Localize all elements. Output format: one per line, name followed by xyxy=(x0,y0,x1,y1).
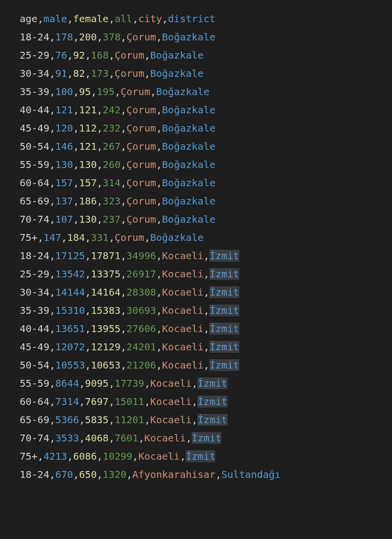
cell-district: Boğazkale xyxy=(162,159,215,170)
cell-age: 18-24 xyxy=(20,469,49,480)
comma: , xyxy=(49,86,55,98)
cell-district: Boğazkale xyxy=(162,31,215,43)
comma: , xyxy=(73,140,79,152)
comma: , xyxy=(49,432,55,444)
cell-district: İzmit xyxy=(209,286,239,298)
comma: , xyxy=(97,159,103,170)
cell-all: 28308 xyxy=(127,286,156,298)
comma: , xyxy=(121,268,127,280)
csv-data-row: 65-69,137,186,323,Çorum,Boğazkale xyxy=(20,192,372,210)
comma: , xyxy=(156,286,162,298)
cell-city: Kocaeli xyxy=(150,414,192,426)
cell-all: 7601 xyxy=(115,432,138,444)
comma: , xyxy=(144,232,150,243)
cell-age: 35-39 xyxy=(20,86,49,98)
cell-all: 195 xyxy=(97,86,115,98)
cell-age: 60-64 xyxy=(20,177,49,189)
cell-city: Çorum xyxy=(115,67,144,79)
csv-data-row: 50-54,146,121,267,Çorum,Boğazkale xyxy=(20,137,372,156)
cell-age: 30-34 xyxy=(20,67,49,79)
code-editor[interactable]: age,male,female,all,city,district18-24,1… xyxy=(20,10,372,484)
csv-data-row: 70-74,3533,4068,7601,Kocaeli,İzmit xyxy=(20,429,372,447)
cell-female: 157 xyxy=(79,177,97,189)
comma: , xyxy=(85,268,91,280)
cell-male: 12072 xyxy=(55,341,85,353)
comma: , xyxy=(109,13,115,25)
cell-female: 9095 xyxy=(85,377,108,389)
comma: , xyxy=(49,49,55,61)
comma: , xyxy=(156,250,162,262)
comma: , xyxy=(49,122,55,134)
cell-male: 107 xyxy=(55,213,73,225)
comma: , xyxy=(109,377,115,389)
comma: , xyxy=(121,323,127,335)
comma: , xyxy=(156,359,162,371)
cell-district: Boğazkale xyxy=(150,67,203,79)
cell-all: 260 xyxy=(103,159,121,170)
cell-all: 242 xyxy=(103,104,121,116)
cell-female: 4068 xyxy=(85,432,108,444)
cell-age: 40-44 xyxy=(20,323,49,335)
comma: , xyxy=(73,86,79,98)
comma: , xyxy=(203,268,209,280)
comma: , xyxy=(67,49,73,61)
cell-age: 70-74 xyxy=(20,432,49,444)
cell-city: Çorum xyxy=(127,122,156,134)
cell-female: 14164 xyxy=(91,286,121,298)
cell-district: Boğazkale xyxy=(162,104,215,116)
cell-city: Afyonkarahisar xyxy=(132,469,216,480)
cell-district: Boğazkale xyxy=(162,195,215,207)
comma: , xyxy=(121,122,127,134)
comma: , xyxy=(121,140,127,152)
comma: , xyxy=(109,414,115,426)
cell-female: 12129 xyxy=(91,341,121,353)
comma: , xyxy=(67,450,73,462)
cell-female: 7697 xyxy=(85,396,108,407)
cell-district: İzmit xyxy=(209,250,239,262)
cell-female: 10653 xyxy=(91,359,121,371)
cell-male: 157 xyxy=(55,177,73,189)
comma: , xyxy=(121,213,127,225)
comma: , xyxy=(49,31,55,43)
comma: , xyxy=(156,304,162,316)
cell-age: 45-49 xyxy=(20,341,49,353)
comma: , xyxy=(156,122,162,134)
comma: , xyxy=(180,450,186,462)
cell-age: 70-74 xyxy=(20,213,49,225)
cell-city: Çorum xyxy=(127,104,156,116)
comma: , xyxy=(73,213,79,225)
cell-district: İzmit xyxy=(192,432,221,444)
cell-city: Çorum xyxy=(127,213,156,225)
csv-data-row: 40-44,13651,13955,27606,Kocaeli,İzmit xyxy=(20,320,372,338)
comma: , xyxy=(132,450,138,462)
comma: , xyxy=(49,323,55,335)
comma: , xyxy=(109,49,115,61)
csv-data-row: 18-24,178,200,378,Çorum,Boğazkale xyxy=(20,28,372,46)
comma: , xyxy=(203,341,209,353)
cell-all: 237 xyxy=(103,213,121,225)
comma: , xyxy=(144,396,150,407)
comma: , xyxy=(192,414,197,426)
comma: , xyxy=(156,140,162,152)
comma: , xyxy=(49,104,55,116)
cell-district: İzmit xyxy=(209,323,239,335)
cell-male: 121 xyxy=(55,104,73,116)
cell-male: 10553 xyxy=(55,359,85,371)
comma: , xyxy=(203,286,209,298)
cell-all: 314 xyxy=(103,177,121,189)
cell-age: 75+ xyxy=(20,450,37,462)
comma: , xyxy=(144,49,150,61)
cell-female: 13375 xyxy=(91,268,121,280)
comma: , xyxy=(73,31,79,43)
cell-all: 30693 xyxy=(127,304,156,316)
cell-female: 186 xyxy=(79,195,97,207)
comma: , xyxy=(156,268,162,280)
comma: , xyxy=(138,432,144,444)
cell-district: Boğazkale xyxy=(156,86,209,98)
cell-age: 50-54 xyxy=(20,359,49,371)
comma: , xyxy=(97,213,103,225)
comma: , xyxy=(85,304,91,316)
cell-female: 112 xyxy=(79,122,97,134)
comma: , xyxy=(121,250,127,262)
csv-header-row: age,male,female,all,city,district xyxy=(20,10,372,28)
